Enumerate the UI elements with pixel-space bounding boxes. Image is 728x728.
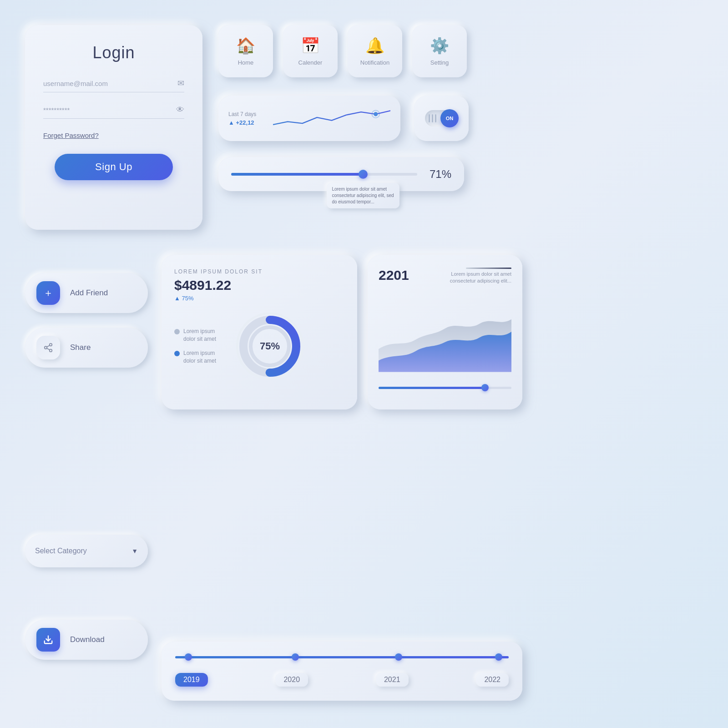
area-widget: 2201 Lorem ipsum dolor sit amet consecte… (368, 255, 522, 410)
nav-calendar[interactable]: 📅 Calender (283, 25, 338, 77)
login-title: Login (92, 43, 135, 62)
timeline-label-2020[interactable]: 2020 (275, 673, 308, 687)
timeline-dot-2019[interactable] (185, 653, 192, 661)
area-right: Lorem ipsum dolor sit amet consectetur a… (448, 268, 511, 285)
toggle-line-2 (432, 114, 433, 122)
timeline-fill (175, 656, 509, 658)
slider-fill (231, 173, 363, 176)
signup-button[interactable]: Sign Up (55, 154, 173, 180)
legend-item-1: Lorem ipsumdolor sit amet (174, 328, 224, 343)
download-label: Download (70, 635, 105, 644)
timeline-widget: 2019 2020 2021 2022 (162, 642, 522, 701)
password-input[interactable] (43, 106, 176, 114)
nav-home-label: Home (238, 59, 254, 66)
timeline-year-2020[interactable]: 2020 (275, 673, 308, 687)
slider-tooltip: Lorem ipsum dolor sit amet consectetur a… (327, 183, 399, 208)
slider-widget: Lorem ipsum dolor sit amet consectetur a… (218, 157, 464, 191)
timeline-label-2019[interactable]: 2019 (175, 673, 208, 687)
nav-setting[interactable]: ⚙️ Setting (412, 25, 467, 77)
svg-line-5 (47, 348, 50, 350)
timeline-labels: 2019 2020 2021 2022 (175, 673, 509, 687)
chart-change: ▲ +22,12 (228, 119, 265, 126)
toggle-widget[interactable]: ON (414, 96, 469, 141)
area-value: 2201 (379, 268, 409, 283)
legend-text-2: Lorem ipsumdolor sit amet (183, 349, 216, 365)
select-category-dropdown[interactable]: Select Category ▼ (25, 535, 148, 567)
area-slider-thumb[interactable] (481, 384, 489, 391)
area-left: 2201 (379, 268, 409, 283)
chart-days-label: Last 7 days (228, 111, 265, 117)
download-button[interactable]: Download (25, 620, 148, 660)
donut-center-percent: 75% (260, 340, 280, 352)
nav-home[interactable]: 🏠 Home (218, 25, 273, 77)
login-card: Login ✉ 👁 Forget Password? Sign Up (25, 25, 202, 230)
share-label: Share (70, 343, 91, 352)
slider-value: 71% (426, 168, 451, 181)
donut-amount: $4891.22 (174, 278, 344, 293)
toggle-track[interactable]: ON (425, 110, 458, 126)
timeline-year-2021[interactable]: 2021 (376, 673, 409, 687)
area-header: 2201 Lorem ipsum dolor sit amet consecte… (379, 268, 511, 285)
svg-point-0 (374, 112, 378, 116)
svg-line-6 (47, 345, 50, 347)
donut-body: Lorem ipsumdolor sit amet Lorem ipsumdol… (174, 310, 344, 383)
gear-icon: ⚙️ (430, 36, 449, 55)
download-icon (36, 628, 60, 652)
email-icon: ✉ (177, 78, 184, 88)
timeline-dot-2021[interactable] (395, 653, 402, 661)
donut-title: LOREM IPSUM DOLOR SIT (174, 268, 344, 275)
nav-calendar-label: Calender (298, 59, 323, 66)
chevron-down-icon: ▼ (131, 547, 138, 555)
area-slider-track (379, 387, 511, 389)
area-slider[interactable] (379, 387, 511, 389)
slider-thumb[interactable]: Lorem ipsum dolor sit amet consectetur a… (359, 170, 368, 179)
chart-widget: Last 7 days ▲ +22,12 (218, 96, 400, 141)
legend-dot-gray (174, 329, 180, 334)
share-icon (36, 336, 60, 359)
toggle-line-1 (429, 114, 430, 122)
donut-legend: Lorem ipsumdolor sit amet Lorem ipsumdol… (174, 328, 224, 364)
password-row: 👁 (43, 105, 184, 119)
area-slider-fill (379, 387, 485, 389)
donut-chart: 75% (233, 310, 306, 383)
add-friend-button[interactable]: ＋ Add Friend (25, 273, 148, 313)
donut-change: ▲ 75% (174, 295, 344, 302)
timeline-dot-2022[interactable] (495, 653, 502, 661)
timeline-label-2022[interactable]: 2022 (476, 673, 509, 687)
nav-notification-label: Notification (360, 59, 389, 66)
forget-password-link[interactable]: Forget Password? (43, 131, 99, 139)
nav-setting-label: Setting (430, 59, 449, 66)
timeline-track (175, 656, 509, 658)
email-input[interactable] (43, 80, 177, 87)
slider-track[interactable]: Lorem ipsum dolor sit amet consectetur a… (231, 173, 417, 176)
chart-info: Last 7 days ▲ +22,12 (228, 111, 265, 126)
donut-widget: LOREM IPSUM DOLOR SIT $4891.22 ▲ 75% Lor… (162, 255, 357, 410)
toggle-state-label: ON (446, 116, 454, 121)
home-icon: 🏠 (236, 36, 255, 55)
legend-dot-blue (174, 351, 180, 356)
toggle-lines (429, 114, 436, 122)
select-category-label: Select Category (35, 547, 87, 555)
timeline-dot-2020[interactable] (292, 653, 299, 661)
line-chart (273, 105, 390, 132)
timeline-year-2019[interactable]: 2019 (175, 673, 208, 687)
email-row: ✉ (43, 78, 184, 92)
timeline-year-2022[interactable]: 2022 (476, 673, 509, 687)
timeline-label-2021[interactable]: 2021 (376, 673, 409, 687)
toggle-knob: ON (440, 109, 459, 127)
area-chart-svg (379, 292, 511, 379)
calendar-icon: 📅 (301, 36, 320, 55)
plus-icon: ＋ (36, 281, 60, 305)
nav-notification[interactable]: 🔔 Notification (348, 25, 402, 77)
area-desc: Lorem ipsum dolor sit amet consectetur a… (448, 271, 511, 285)
legend-text-1: Lorem ipsumdolor sit amet (183, 328, 216, 343)
legend-item-2: Lorem ipsumdolor sit amet (174, 349, 224, 365)
add-friend-label: Add Friend (70, 288, 108, 298)
nav-row: 🏠 Home 📅 Calender 🔔 Notification ⚙️ Sett… (218, 25, 467, 77)
toggle-line-3 (435, 114, 436, 122)
eye-icon[interactable]: 👁 (176, 105, 184, 115)
bell-icon: 🔔 (365, 36, 384, 55)
share-button[interactable]: Share (25, 328, 148, 368)
